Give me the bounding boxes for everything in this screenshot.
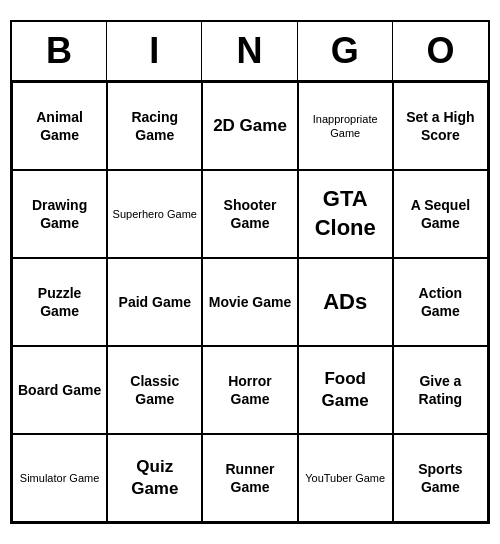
bingo-cell-17: Horror Game — [202, 346, 297, 434]
bingo-letter-i: I — [107, 22, 202, 80]
bingo-grid: Animal GameRacing Game2D GameInappropria… — [12, 82, 488, 522]
bingo-cell-4: Set a High Score — [393, 82, 488, 170]
bingo-cell-12: Movie Game — [202, 258, 297, 346]
bingo-cell-5: Drawing Game — [12, 170, 107, 258]
bingo-cell-14: Action Game — [393, 258, 488, 346]
bingo-cell-11: Paid Game — [107, 258, 202, 346]
bingo-letter-n: N — [202, 22, 297, 80]
bingo-letter-g: G — [298, 22, 393, 80]
bingo-cell-24: Sports Game — [393, 434, 488, 522]
bingo-cell-22: Runner Game — [202, 434, 297, 522]
bingo-cell-20: Simulator Game — [12, 434, 107, 522]
bingo-cell-18: Food Game — [298, 346, 393, 434]
bingo-letter-b: B — [12, 22, 107, 80]
bingo-cell-15: Board Game — [12, 346, 107, 434]
bingo-cell-16: Classic Game — [107, 346, 202, 434]
bingo-header: BINGO — [12, 22, 488, 82]
bingo-cell-9: A Sequel Game — [393, 170, 488, 258]
bingo-cell-0: Animal Game — [12, 82, 107, 170]
bingo-cell-7: Shooter Game — [202, 170, 297, 258]
bingo-cell-6: Superhero Game — [107, 170, 202, 258]
bingo-cell-21: Quiz Game — [107, 434, 202, 522]
bingo-letter-o: O — [393, 22, 488, 80]
bingo-cell-10: Puzzle Game — [12, 258, 107, 346]
bingo-cell-23: YouTuber Game — [298, 434, 393, 522]
bingo-cell-3: Inappropriate Game — [298, 82, 393, 170]
bingo-cell-2: 2D Game — [202, 82, 297, 170]
bingo-cell-8: GTA Clone — [298, 170, 393, 258]
bingo-board: BINGO Animal GameRacing Game2D GameInapp… — [10, 20, 490, 524]
bingo-cell-13: ADs — [298, 258, 393, 346]
bingo-cell-19: Give a Rating — [393, 346, 488, 434]
bingo-cell-1: Racing Game — [107, 82, 202, 170]
